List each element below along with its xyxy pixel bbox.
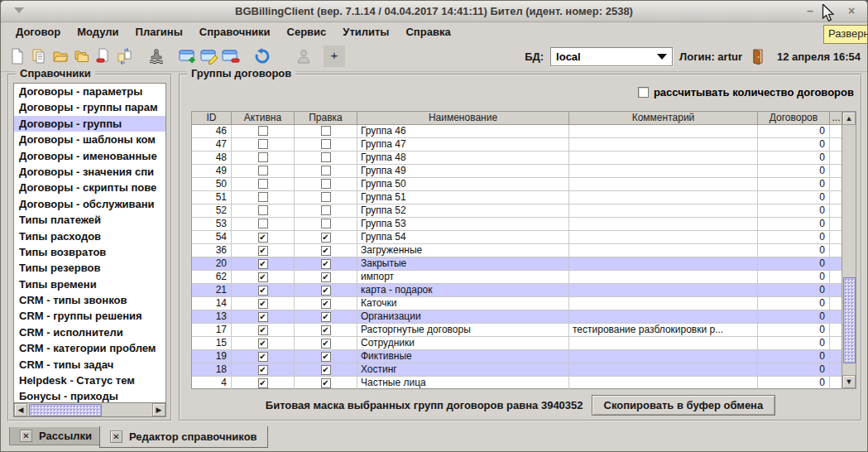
sidebar-item[interactable]: Helpdesk - Статус тем — [14, 373, 165, 388]
new-document-icon[interactable] — [7, 46, 27, 66]
table-row[interactable]: 62✔✔импорт0 — [192, 271, 843, 284]
table-row[interactable]: 17✔✔Расторгнутые договорытестирование ра… — [192, 324, 843, 337]
minimize-button[interactable]: – — [803, 4, 818, 19]
active-checkbox[interactable]: ✔ — [258, 325, 268, 335]
edit-checkbox[interactable]: ✔ — [321, 259, 331, 269]
menu-item-5[interactable]: Утилиты — [334, 24, 397, 40]
column-header[interactable]: Правка — [295, 112, 357, 125]
count-checkbox[interactable] — [638, 87, 649, 98]
edit-checkbox[interactable]: ✔ — [321, 299, 331, 309]
edit-checkbox[interactable]: ✔ — [321, 312, 331, 322]
active-checkbox[interactable]: ✔ — [258, 312, 268, 322]
copy-document-icon[interactable] — [29, 46, 49, 66]
refresh-icon[interactable] — [252, 46, 272, 66]
close-button[interactable]: × — [844, 4, 859, 19]
sidebar-item[interactable]: Договоры - группы парам — [14, 99, 165, 115]
scrollbar-thumb[interactable] — [29, 404, 102, 416]
scroll-down-icon[interactable]: ▼ — [842, 375, 856, 388]
sidebar-horizontal-scrollbar[interactable]: ◀ ▶ — [14, 402, 165, 416]
edit-checkbox[interactable] — [321, 192, 331, 202]
edit-checkbox[interactable]: ✔ — [321, 365, 331, 375]
active-checkbox[interactable]: ✔ — [258, 272, 268, 282]
sidebar-item[interactable]: CRM - типы задач — [14, 357, 165, 373]
edit-checkbox[interactable] — [321, 166, 331, 176]
active-checkbox[interactable] — [258, 152, 268, 162]
edit-checkbox[interactable] — [321, 205, 331, 215]
user-icon[interactable] — [294, 46, 314, 66]
sidebar-item[interactable]: Типы платежей — [14, 212, 165, 228]
sidebar-item[interactable]: Договоры - обслуживани — [14, 196, 165, 212]
table-row[interactable]: 15✔✔Сотрудники0 — [192, 337, 843, 350]
delete-document-icon[interactable] — [94, 46, 113, 66]
table-row[interactable]: 54✔✔Группа 540 — [192, 231, 843, 244]
table-row[interactable]: 52Группа 520 — [192, 204, 843, 218]
exit-door-icon[interactable] — [749, 46, 769, 66]
edit-record-icon[interactable] — [199, 46, 219, 66]
tab-rassylki[interactable]: ✕ Рассылки — [9, 427, 103, 445]
replace-document-icon[interactable] — [115, 46, 135, 66]
edit-checkbox[interactable]: ✔ — [321, 339, 331, 349]
scroll-left-icon[interactable]: ◀ — [14, 403, 27, 416]
tab-redaktor-spravochnikov[interactable]: ✕ Редактор справочников — [99, 426, 268, 448]
active-checkbox[interactable]: ✔ — [258, 299, 268, 309]
sidebar-item[interactable]: CRM - исполнители — [14, 325, 165, 340]
table-row[interactable]: 21✔✔карта - подарок0 — [192, 284, 843, 297]
table-row[interactable]: 13✔✔Организации0 — [192, 310, 843, 324]
sidebar-item[interactable]: CRM - типы звонков — [14, 292, 165, 308]
active-checkbox[interactable] — [258, 139, 268, 149]
column-header[interactable]: Наименование — [357, 112, 569, 125]
table-row[interactable]: 20✔✔Закрытые0 — [192, 257, 843, 271]
table-header-row[interactable]: IDАктивнаПравкаНаименованиеКомментарийДо… — [192, 112, 856, 125]
sidebar-item[interactable]: Типы возвратов — [14, 244, 165, 260]
edit-checkbox[interactable] — [321, 139, 331, 149]
active-checkbox[interactable] — [258, 205, 268, 215]
sidebar-item[interactable]: Договоры - значения спи — [14, 164, 165, 180]
menu-item-4[interactable]: Сервис — [279, 24, 335, 40]
active-checkbox[interactable] — [258, 219, 268, 228]
table-row[interactable]: 4✔✔Частные лица0 — [192, 377, 843, 390]
stamp-icon[interactable] — [146, 46, 166, 66]
edit-checkbox[interactable] — [321, 219, 331, 228]
folders-icon[interactable] — [72, 46, 92, 66]
edit-checkbox[interactable] — [321, 152, 331, 162]
add-record-icon[interactable] — [178, 46, 198, 66]
table-vertical-scrollbar[interactable]: ▲ ▼ — [842, 112, 856, 388]
column-header[interactable]: Договоров — [758, 112, 830, 125]
active-checkbox[interactable]: ✔ — [258, 352, 268, 362]
column-header[interactable]: Комментарий — [569, 112, 758, 125]
sidebar-item[interactable]: Типы резервов — [14, 260, 165, 276]
sidebar-item[interactable]: Типы расходов — [14, 228, 165, 244]
active-checkbox[interactable]: ✔ — [258, 246, 268, 256]
active-checkbox[interactable] — [258, 126, 268, 136]
table-row[interactable]: 50Группа 500 — [192, 178, 843, 191]
menu-item-2[interactable]: Плагины — [127, 24, 191, 40]
edit-checkbox[interactable]: ✔ — [321, 352, 331, 362]
sidebar-item[interactable]: CRM - группы решения — [14, 308, 165, 324]
sidebar-item[interactable]: CRM - категории проблем — [14, 340, 165, 356]
scrollbar-thumb[interactable] — [843, 277, 856, 363]
sidebar-item[interactable]: Договоры - скрипты пове — [14, 180, 165, 195]
edit-checkbox[interactable]: ✔ — [321, 272, 331, 282]
add-tab-button[interactable]: + — [324, 46, 345, 67]
table-row[interactable]: 47Группа 470 — [192, 138, 843, 151]
edit-checkbox[interactable]: ✔ — [321, 233, 331, 243]
menu-item-6[interactable]: Справка — [397, 24, 458, 40]
table-row[interactable]: 14✔✔Каточки0 — [192, 297, 843, 310]
sidebar-item[interactable]: Договоры - шаблоны ком — [14, 132, 165, 147]
table-row[interactable]: 19✔✔Фиктивные0 — [192, 350, 843, 363]
edit-checkbox[interactable]: ✔ — [321, 246, 331, 256]
close-icon[interactable]: ✕ — [110, 430, 122, 443]
column-header[interactable]: ID — [192, 112, 232, 125]
edit-checkbox[interactable]: ✔ — [321, 286, 331, 296]
edit-checkbox[interactable]: ✔ — [321, 378, 331, 388]
active-checkbox[interactable]: ✔ — [258, 339, 268, 349]
open-folder-icon[interactable] — [50, 46, 70, 66]
scroll-up-icon[interactable]: ▲ — [842, 112, 856, 125]
active-checkbox[interactable] — [258, 192, 268, 202]
menu-item-3[interactable]: Справочники — [191, 24, 279, 40]
sidebar-item[interactable]: Договоры - именованные — [14, 148, 165, 164]
edit-checkbox[interactable] — [321, 179, 331, 189]
active-checkbox[interactable]: ✔ — [258, 233, 268, 243]
table-row[interactable]: 53Группа 530 — [192, 218, 843, 231]
sidebar-item[interactable]: Договоры - параметры — [14, 84, 165, 99]
